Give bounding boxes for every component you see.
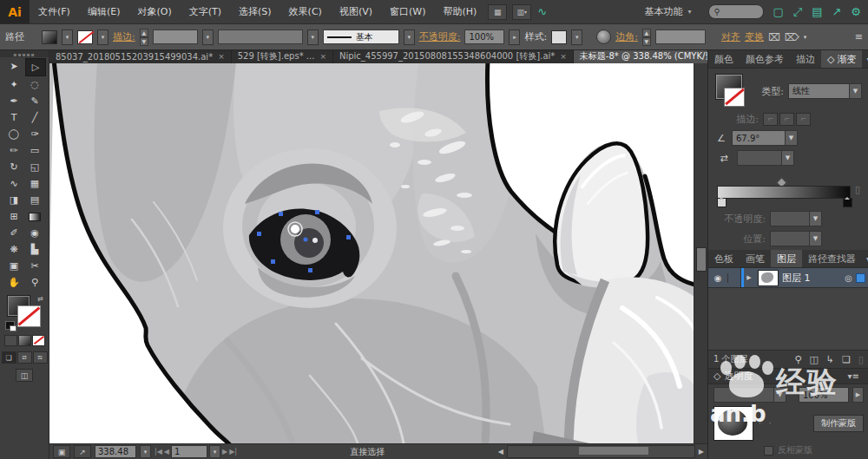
distribute-objects-icon[interactable]: ⌦ bbox=[785, 31, 799, 43]
transparency-opacity-field[interactable]: 100% bbox=[799, 387, 849, 403]
invert-mask-checkbox[interactable] bbox=[764, 446, 773, 456]
screen-mode-icon[interactable]: ◫ bbox=[16, 369, 33, 382]
layers-tab-3[interactable]: 路径查找器 bbox=[802, 250, 862, 267]
stroke-weight-field[interactable] bbox=[153, 30, 198, 44]
annotation-icon[interactable]: ∿ bbox=[537, 5, 547, 18]
width-profile-field[interactable] bbox=[218, 30, 303, 44]
object-thumbnail[interactable] bbox=[713, 406, 753, 441]
save-icon[interactable]: ▤ bbox=[812, 0, 822, 23]
gradient-angle-field[interactable]: 67.9°▼ bbox=[732, 130, 798, 146]
draw-behind-icon[interactable]: ⧄ bbox=[17, 351, 32, 364]
width-tool[interactable]: ∿ bbox=[4, 175, 23, 192]
align-objects-icon[interactable]: ⌧ bbox=[768, 31, 780, 43]
layer-expand-icon[interactable]: ▶ bbox=[744, 274, 754, 281]
aspect-ratio-field[interactable]: ▼ bbox=[737, 150, 794, 166]
tab-close-icon[interactable]: × bbox=[560, 52, 567, 61]
fill-dropdown-icon[interactable]: ▾ bbox=[62, 30, 73, 45]
prev-artboard-icon[interactable]: ◀ bbox=[164, 448, 169, 456]
panel-tab-3[interactable]: ◇渐变 bbox=[821, 50, 862, 68]
stroke-swatch[interactable] bbox=[77, 30, 93, 44]
layers-tab-1[interactable]: 画笔 bbox=[740, 250, 771, 267]
tab-close-icon[interactable]: × bbox=[319, 52, 326, 61]
blend-tool[interactable]: ◉ bbox=[25, 225, 44, 241]
horizontal-scrollbar[interactable] bbox=[507, 445, 695, 458]
hand-tool[interactable]: ✋ bbox=[4, 274, 23, 291]
draw-inside-icon[interactable]: ⧅ bbox=[33, 351, 48, 364]
panel-menu-icon[interactable]: ▾≡ bbox=[862, 250, 868, 267]
new-layer-icon[interactable]: ❏ bbox=[842, 354, 851, 365]
shape-builder-tool[interactable]: ◨ bbox=[4, 192, 23, 208]
document-tab-0[interactable]: 85037_20180515203915499034.ai*× bbox=[49, 50, 232, 63]
brush-dropdown[interactable]: ▾ bbox=[404, 30, 415, 45]
slice-tool[interactable]: ✂ bbox=[25, 258, 44, 274]
artboard-number-field[interactable]: 1 bbox=[171, 445, 207, 458]
scroll-left-icon[interactable]: ◀ bbox=[498, 448, 503, 456]
vertical-scrollbar[interactable] bbox=[694, 63, 707, 443]
opacity-dropdown[interactable]: ▸ bbox=[509, 30, 520, 45]
layout-switcher-icon[interactable]: ▥▾ bbox=[512, 4, 531, 20]
layers-tab-0[interactable]: 色板 bbox=[708, 250, 740, 267]
menu-item-0[interactable]: 文件(F) bbox=[30, 0, 79, 23]
align-dropdown-icon[interactable]: ▾ bbox=[804, 34, 807, 41]
gradient-tool[interactable] bbox=[25, 208, 44, 225]
panel-menu-icon[interactable]: ▾≡ bbox=[862, 50, 868, 68]
gradient-stroke-swatch[interactable] bbox=[724, 88, 745, 107]
default-fill-stroke-icon[interactable] bbox=[5, 321, 15, 330]
type-tool[interactable]: T bbox=[4, 109, 23, 126]
stroke-across-icon[interactable]: ⌐ bbox=[796, 113, 811, 126]
none-button[interactable] bbox=[32, 335, 45, 346]
stroke-color-swatch[interactable] bbox=[17, 305, 41, 327]
perspective-grid-tool[interactable]: ▤ bbox=[25, 192, 44, 208]
gradient-ramp[interactable] bbox=[717, 186, 851, 199]
tab-close-icon[interactable]: × bbox=[218, 52, 225, 61]
stroke-weight-stepper[interactable]: ▲▼ bbox=[140, 29, 148, 46]
menu-item-8[interactable]: 帮助(H) bbox=[434, 0, 485, 23]
panel-tab-1[interactable]: 颜色参考 bbox=[740, 50, 790, 68]
fullscreen-icon[interactable]: ⤢ bbox=[793, 0, 802, 23]
transform-link[interactable]: 变换 bbox=[745, 30, 764, 43]
symbol-sprayer-tool[interactable]: ❋ bbox=[4, 241, 23, 258]
preview-mode-icon[interactable]: ▣ bbox=[53, 445, 70, 458]
menu-item-3[interactable]: 文字(T) bbox=[181, 0, 230, 23]
layer-selection-indicator[interactable] bbox=[856, 273, 865, 283]
toolbar-grip[interactable]: ▪▪▪▪▪ bbox=[0, 50, 49, 57]
stroke-link[interactable]: 描边: bbox=[113, 30, 135, 43]
search-input[interactable]: ⚲ bbox=[708, 4, 764, 19]
new-sublayer-icon[interactable]: ↳ bbox=[826, 354, 834, 365]
zoom-tool[interactable]: ⚲ bbox=[25, 274, 44, 291]
publish-icon[interactable]: ↗ bbox=[74, 445, 91, 458]
next-artboard-icon[interactable]: ▶ bbox=[222, 448, 227, 456]
magic-wand-tool[interactable]: ✦ bbox=[4, 76, 23, 93]
gradient-type-select[interactable]: 线性▼ bbox=[788, 83, 862, 99]
ellipse-tool[interactable]: ◯ bbox=[4, 126, 23, 142]
width-profile-dropdown[interactable]: ▾ bbox=[307, 30, 319, 45]
blend-mode-select[interactable]: ▼ bbox=[713, 387, 786, 403]
draw-normal-icon[interactable]: ❏ bbox=[2, 351, 16, 364]
share-icon[interactable]: ↗ bbox=[832, 0, 841, 23]
stop-opacity-field[interactable]: ▼ bbox=[770, 211, 822, 226]
corner-link[interactable]: 边角: bbox=[615, 30, 638, 43]
control-panel-menu-icon[interactable]: ≡ bbox=[855, 31, 863, 43]
paintbrush-tool[interactable]: ✑ bbox=[25, 126, 44, 142]
document-tab-2[interactable]: Nipic_455997_20150808155348604000 [转换].a… bbox=[333, 50, 574, 63]
delete-stop-icon[interactable]: ▯ bbox=[855, 184, 860, 195]
transparency-menu-icon[interactable]: ▾≡ bbox=[844, 371, 864, 381]
document-tab-1[interactable]: 529 [转换].eps* ...× bbox=[232, 50, 333, 63]
stroke-dropdown-icon[interactable]: ▾ bbox=[97, 30, 108, 45]
stroke-within-icon[interactable]: ⌐ bbox=[763, 113, 778, 126]
curvature-tool[interactable]: ✎ bbox=[25, 93, 44, 109]
menu-item-5[interactable]: 效果(C) bbox=[280, 0, 331, 23]
color-button[interactable] bbox=[4, 335, 17, 346]
layer-visibility-icon[interactable]: ◉ bbox=[708, 273, 728, 283]
panel-tab-0[interactable]: 颜色 bbox=[708, 50, 740, 68]
column-graph-tool[interactable]: ▙ bbox=[25, 241, 44, 258]
swap-fill-stroke-icon[interactable]: ⇄ bbox=[37, 295, 43, 303]
style-dropdown[interactable]: ▾ bbox=[571, 30, 582, 45]
zoom-dropdown-icon[interactable]: ▾ bbox=[140, 445, 151, 458]
layer-lock-cell[interactable] bbox=[728, 268, 741, 287]
free-transform-tool[interactable]: ▦ bbox=[25, 175, 44, 192]
layer-target-icon[interactable]: ◎ bbox=[845, 273, 852, 283]
scroll-right-icon[interactable]: ▶ bbox=[699, 448, 704, 456]
align-link[interactable]: 对齐 bbox=[721, 30, 740, 43]
layers-tab-2[interactable]: 图层 bbox=[771, 250, 802, 267]
